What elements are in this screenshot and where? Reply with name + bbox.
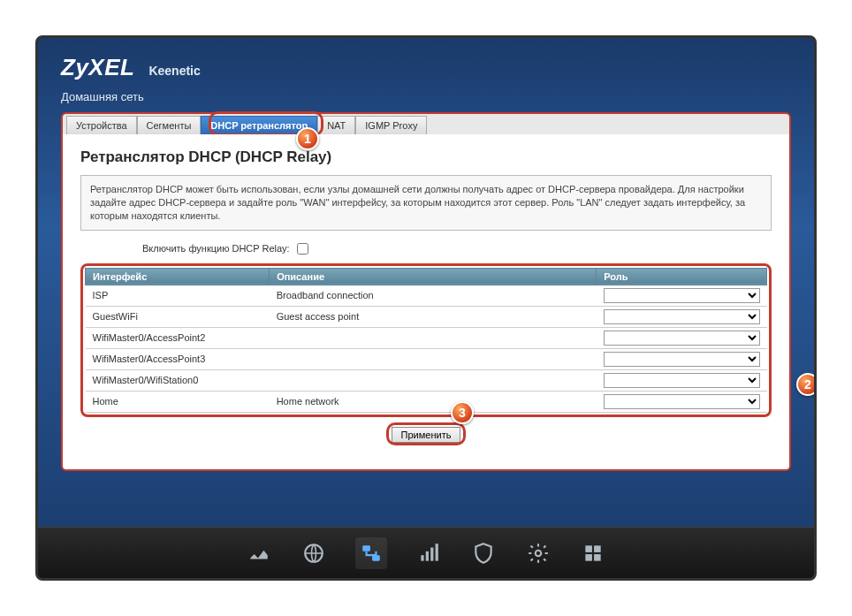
dock-shield-icon[interactable] [470, 540, 497, 567]
cell-description [270, 327, 597, 348]
dock-wifi-icon[interactable] [415, 540, 442, 567]
enable-dhcp-relay-checkbox[interactable] [297, 243, 308, 255]
cell-role [597, 327, 767, 348]
cell-role [597, 391, 767, 412]
dock-network-icon[interactable] [355, 537, 387, 569]
role-select[interactable] [604, 352, 760, 367]
cell-description: Guest access point [270, 306, 597, 327]
callout-2: 2 [796, 373, 817, 396]
header: ZyXEL Keenetic Домашняя сеть [38, 38, 814, 112]
table-row: WifiMaster0/WifiStation0 [86, 369, 767, 391]
col-description: Описание [270, 268, 597, 285]
cell-description [270, 348, 597, 369]
app-window: ZyXEL Keenetic Домашняя сеть Устройства … [35, 35, 817, 581]
cell-interface: WifiMaster0/AccessPoint2 [86, 327, 270, 348]
col-interface: Интерфейс [86, 268, 270, 285]
table-row: WifiMaster0/AccessPoint3 [86, 348, 767, 369]
interfaces-table-wrap: Интерфейс Описание Роль ISPBroadband con… [80, 263, 772, 417]
interfaces-table: Интерфейс Описание Роль ISPBroadband con… [85, 268, 767, 413]
role-select[interactable] [604, 309, 760, 324]
enable-dhcp-relay-label: Включить функцию DHCP Relay: [142, 243, 290, 254]
role-select[interactable] [604, 394, 760, 409]
dock-dashboard-icon[interactable] [246, 540, 272, 567]
content-panel: Ретранслятор DHCP (DHCP Relay) Ретрансля… [61, 134, 791, 471]
brand-logo: ZyXEL [61, 54, 134, 81]
page-description: Ретранслятор DHCP может быть использован… [80, 175, 772, 231]
tab-nat[interactable]: NAT [317, 116, 355, 134]
page-title: Ретранслятор DHCP (DHCP Relay) [80, 148, 772, 166]
svg-rect-11 [594, 554, 601, 561]
table-row: GuestWiFiGuest access point [86, 306, 767, 327]
svg-rect-10 [585, 554, 592, 561]
dock-globe-icon[interactable] [300, 540, 327, 567]
table-row: HomeHome network [86, 391, 767, 412]
role-select[interactable] [604, 373, 760, 388]
cell-interface: GuestWiFi [86, 306, 270, 327]
cell-interface: ISP [86, 285, 270, 306]
svg-rect-1 [362, 545, 370, 551]
tab-devices[interactable]: Устройства [66, 116, 137, 134]
tab-igmp-proxy[interactable]: IGMP Proxy [355, 116, 427, 134]
svg-rect-6 [436, 544, 438, 561]
callout-3: 3 [451, 401, 474, 424]
role-select[interactable] [604, 288, 760, 303]
table-row: WifiMaster0/AccessPoint2 [86, 327, 767, 348]
cell-interface: Home [86, 391, 270, 412]
cell-role [597, 306, 767, 327]
svg-rect-3 [421, 555, 423, 561]
cell-description: Broadband connection [270, 285, 597, 306]
cell-interface: WifiMaster0/WifiStation0 [86, 369, 270, 391]
cell-interface: WifiMaster0/AccessPoint3 [86, 348, 270, 369]
svg-rect-4 [426, 551, 429, 560]
dock-apps-icon[interactable] [580, 540, 606, 567]
cell-role [597, 369, 767, 391]
cell-role [597, 348, 767, 369]
apply-button[interactable]: Применить [392, 427, 461, 443]
tab-segments[interactable]: Сегменты [137, 116, 202, 134]
tab-bar: Устройства Сегменты DHCP ретранслятор NA… [61, 112, 791, 134]
enable-dhcp-relay-row: Включить функцию DHCP Relay: [80, 243, 772, 255]
cell-role [597, 285, 767, 306]
dock-bar [38, 527, 814, 578]
role-select[interactable] [604, 331, 760, 346]
table-row: ISPBroadband connection [86, 285, 767, 306]
cell-description: Home network [270, 391, 597, 412]
svg-rect-9 [594, 545, 601, 552]
breadcrumb: Домашняя сеть [61, 90, 791, 107]
dock-settings-icon[interactable] [525, 540, 552, 567]
cell-description [270, 369, 597, 391]
brand-model: Keenetic [148, 64, 200, 78]
callout-1: 1 [296, 127, 319, 150]
svg-rect-5 [430, 547, 433, 560]
svg-rect-8 [585, 545, 592, 552]
col-role: Роль [597, 268, 767, 285]
svg-point-7 [536, 550, 542, 556]
